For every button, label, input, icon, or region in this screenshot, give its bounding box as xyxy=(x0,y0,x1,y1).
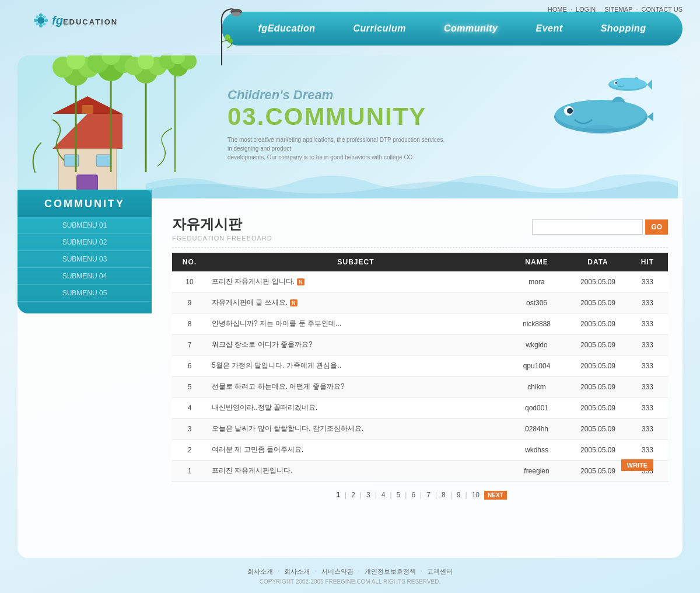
footer-link-support[interactable]: 고객센터 xyxy=(427,567,453,576)
wave-decoration xyxy=(146,166,678,198)
cell-subject[interactable]: 선물로 하려고 하는데요. 어떤게 좋을까요? xyxy=(207,376,505,397)
footer-link-company1[interactable]: 회사소개 xyxy=(247,567,273,576)
search-button[interactable]: GO xyxy=(645,219,668,235)
cell-subject[interactable]: 워크샵 장소로 어디가 좋을까요? xyxy=(207,334,505,355)
page-number-6[interactable]: 6 xyxy=(408,490,418,500)
cell-no: 6 xyxy=(172,355,207,376)
table-row[interactable]: 1프리진 자유게시판입니다.freegien2005.05.09333 xyxy=(172,461,668,482)
nav-fgeducation[interactable]: fgEducation xyxy=(258,23,316,34)
table-row[interactable]: 7워크샵 장소로 어디가 좋을까요?wkgido2005.05.09333 xyxy=(172,334,668,355)
svg-marker-42 xyxy=(647,79,652,90)
pagination-area: 1|2|3|4|5|6|7|8|9|10NEXT WRITE xyxy=(172,490,668,500)
logo: fgEDUCATION xyxy=(32,12,118,29)
svg-point-12 xyxy=(225,34,230,40)
sidebar-item-submenu01[interactable]: SUBMENU 01 xyxy=(18,217,152,234)
svg-point-0 xyxy=(37,17,44,24)
cell-subject[interactable]: 프리진 자유게시판 입니다.N xyxy=(207,271,505,292)
page-number-2[interactable]: 2 xyxy=(348,490,358,500)
cell-no: 10 xyxy=(172,271,207,292)
cell-subject[interactable]: 5월은 가정의 달입니다. 가족에게 관심을.. xyxy=(207,355,505,376)
cell-no: 9 xyxy=(172,292,207,313)
footer-link-privacy[interactable]: 개인정보보호정책 xyxy=(365,567,416,576)
hero-text-area: Children's Dream 03.COMMUNITY The most c… xyxy=(228,88,449,162)
nav-shopping[interactable]: Shopping xyxy=(601,23,646,34)
sidebar-item-submenu04[interactable]: SUBMENU 04 xyxy=(18,268,152,285)
cell-subject[interactable]: 안녕하십니까? 저는 아이를 둔 주부인데... xyxy=(207,313,505,334)
nav-event[interactable]: Event xyxy=(536,23,563,34)
cell-no: 1 xyxy=(172,461,207,482)
cell-subject[interactable]: 오늘은 날씨가 많이 쌀쌀합니다. 감기조심하세요. xyxy=(207,418,505,439)
sidebar-title: COMMUNITY xyxy=(18,190,152,217)
board-title-korean: 자유게시판 xyxy=(172,215,272,233)
hero-description: The most creative marketing applications… xyxy=(228,135,449,162)
pagination-next[interactable]: NEXT xyxy=(484,491,507,500)
nav-community[interactable]: Community xyxy=(444,23,498,34)
table-row[interactable]: 4내신반영이라..정말 꼴때리겠네요.qod0012005.05.09333 xyxy=(172,397,668,418)
hero-banner: Children's Dream 03.COMMUNITY The most c… xyxy=(18,55,682,198)
page-separator: | xyxy=(360,491,362,499)
cell-name: wkgido xyxy=(505,334,569,355)
table-row[interactable]: 5선물로 하려고 하는데요. 어떤게 좋을까요?chikm2005.05.093… xyxy=(172,376,668,397)
page-separator: | xyxy=(345,491,346,499)
page-separator: | xyxy=(466,491,467,499)
page-number-3[interactable]: 3 xyxy=(363,490,373,500)
cell-subject[interactable]: 자유게시판에 글 쓰세요.N xyxy=(207,292,505,313)
svg-point-10 xyxy=(232,12,241,16)
cell-date: 2005.05.09 xyxy=(569,355,627,376)
footer-link-company2[interactable]: 회사소개 xyxy=(284,567,310,576)
cell-date: 2005.05.09 xyxy=(569,376,627,397)
search-input[interactable] xyxy=(532,219,643,235)
svg-rect-17 xyxy=(96,155,111,166)
cell-subject[interactable]: 내신반영이라..정말 꼴때리겠네요. xyxy=(207,397,505,418)
page-number-7[interactable]: 7 xyxy=(424,490,433,500)
nav-curriculum[interactable]: Curriculum xyxy=(354,23,406,34)
table-row[interactable]: 3오늘은 날씨가 많이 쌀쌀합니다. 감기조심하세요.0284hh2005.05… xyxy=(172,418,668,439)
hero-subtitle: Children's Dream xyxy=(228,88,449,103)
cell-no: 7 xyxy=(172,334,207,355)
cell-subject[interactable]: 프리진 자유게시판입니다. xyxy=(207,461,505,482)
sidebar-item-submenu03[interactable]: SUBMENU 03 xyxy=(18,251,152,268)
table-header-row: NO. SUBJECT NAME DATA HIT xyxy=(172,253,668,271)
svg-point-7 xyxy=(36,23,39,26)
footer-link-terms[interactable]: 서비스약관 xyxy=(321,567,354,576)
cell-subject[interactable]: 여러분 제 고민좀 들어주세요. xyxy=(207,439,505,461)
write-button[interactable]: WRITE xyxy=(621,459,653,471)
svg-point-51 xyxy=(583,125,618,134)
sidebar-item-submenu02[interactable]: SUBMENU 02 xyxy=(18,234,152,251)
svg-point-3 xyxy=(34,19,37,22)
table-row[interactable]: 65월은 가정의 달입니다. 가족에게 관심을..qpu10042005.05.… xyxy=(172,355,668,376)
cell-hit: 333 xyxy=(627,313,668,334)
cell-no: 8 xyxy=(172,313,207,334)
page-number-8[interactable]: 8 xyxy=(439,490,449,500)
table-row[interactable]: 10프리진 자유게시판 입니다.Nmora2005.05.09333 xyxy=(172,271,668,292)
svg-point-45 xyxy=(615,82,617,84)
page-number-4[interactable]: 4 xyxy=(379,490,388,500)
svg-rect-20 xyxy=(82,105,93,114)
page-number-5[interactable]: 5 xyxy=(394,490,404,500)
page-number-10[interactable]: 10 xyxy=(469,490,482,500)
logo-icon xyxy=(32,12,50,29)
cell-hit: 333 xyxy=(627,439,668,461)
page-separator: | xyxy=(390,491,391,499)
cell-name: nick8888 xyxy=(505,313,569,334)
table-row[interactable]: 2여러분 제 고민좀 들어주세요.wkdhss2005.05.09333 xyxy=(172,439,668,461)
cell-name: qpu1004 xyxy=(505,355,569,376)
cell-no: 5 xyxy=(172,376,207,397)
svg-point-4 xyxy=(44,19,48,22)
page-number-9[interactable]: 9 xyxy=(454,490,464,500)
table-row[interactable]: 8안녕하십니까? 저는 아이를 둔 주부인데...nick88882005.05… xyxy=(172,313,668,334)
sidebar-community-menu: COMMUNITY SUBMENU 01 SUBMENU 02 SUBMENU … xyxy=(18,190,152,313)
cell-date: 2005.05.09 xyxy=(569,271,627,292)
cell-name: chikm xyxy=(505,376,569,397)
main-navigation: fgEducation Curriculum Community Event S… xyxy=(222,12,682,46)
footer: 회사소개 · 회사소개 · 서비스약관 · 개인정보보호정책 · 고객센터 CO… xyxy=(0,559,700,593)
col-date: DATA xyxy=(569,253,627,271)
table-row[interactable]: 9자유게시판에 글 쓰세요.Nost3062005.05.09333 xyxy=(172,292,668,313)
sidebar-item-submenu05[interactable]: SUBMENU 05 xyxy=(18,285,152,302)
cell-date: 2005.05.09 xyxy=(569,418,627,439)
page-separator: | xyxy=(375,491,377,499)
footer-links: 회사소개 · 회사소개 · 서비스약관 · 개인정보보호정책 · 고객센터 xyxy=(247,567,452,576)
page-number-1[interactable]: 1 xyxy=(333,490,343,500)
cell-name: ost306 xyxy=(505,292,569,313)
cell-date: 2005.05.09 xyxy=(569,334,627,355)
